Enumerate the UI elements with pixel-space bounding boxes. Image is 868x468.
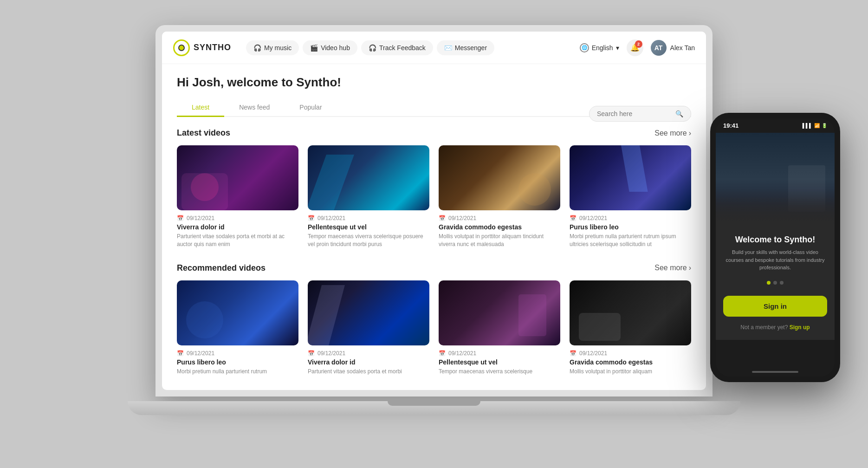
phone-bg-image (716, 133, 835, 226)
rec-meta-2: 📅 09/12/2021 (439, 350, 560, 357)
calendar-icon-0: 📅 (177, 215, 184, 221)
thumb-overlay-2 (439, 145, 560, 210)
search-wrapper: 🔍 (589, 106, 691, 122)
latest-see-more-button[interactable]: See more › (654, 129, 691, 137)
video-desc-0: Parturient vitae sodales porta et morbi … (177, 233, 298, 248)
laptop: SYNTHO 🎧 My music 🎬 Video hub 🎧 (155, 25, 713, 443)
phone-status-icons: ▌▌▌ 📶 🔋 (803, 123, 827, 128)
phone-subtitle: Build your skills with world-class video… (723, 248, 827, 272)
video-thumbnail-3 (570, 145, 691, 210)
nav-label-my-music: My music (264, 44, 291, 52)
rec-date-2: 09/12/2021 (448, 350, 476, 357)
rec-video-card-3[interactable]: 📅 09/12/2021 Gravida commodo egestas Mol… (570, 280, 691, 376)
nav-label-video-hub: Video hub (321, 44, 350, 52)
recommended-videos-title: Recommended videos (177, 263, 266, 273)
rec-desc-1: Parturient vitae sodales porta et morbi (308, 368, 429, 376)
rec-desc-3: Mollis volutpat in porttitor aliquam (570, 368, 691, 376)
nav-item-my-music[interactable]: 🎧 My music (246, 40, 299, 55)
laptop-base (128, 401, 740, 415)
chevron-down-icon: ▾ (616, 44, 619, 52)
user-menu-button[interactable]: AT Alex Tan (651, 40, 695, 56)
rec-thumbnail-3 (570, 280, 691, 345)
rec-title-2: Pellentesque ut vel (439, 358, 560, 366)
rec-thumbnail-0 (177, 280, 298, 345)
nav-item-video-hub[interactable]: 🎬 Video hub (303, 40, 357, 55)
laptop-screen: SYNTHO 🎧 My music 🎬 Video hub 🎧 (162, 32, 706, 390)
dot-3 (780, 281, 784, 285)
phone-pagination-dots (723, 281, 827, 285)
rec-title-3: Gravida commodo egestas (570, 358, 691, 366)
thumb-overlay-1 (308, 145, 429, 210)
user-name: Alex Tan (670, 44, 695, 52)
messenger-icon: ✉️ (444, 44, 452, 52)
rec-date-0: 09/12/2021 (187, 350, 214, 357)
language-button[interactable]: 🌐 English ▾ (580, 43, 619, 52)
rec-meta-3: 📅 09/12/2021 (570, 350, 691, 357)
latest-video-card-0[interactable]: 📅 09/12/2021 Viverra dolor id Parturient… (177, 145, 298, 248)
nav-item-track-feedback[interactable]: 🎧 Track Feedback (361, 40, 433, 55)
calendar-icon-3: 📅 (570, 215, 577, 221)
logo-text: SYNTHO (194, 43, 231, 52)
video-date-3: 09/12/2021 (579, 215, 607, 221)
logo[interactable]: SYNTHO (173, 39, 231, 56)
recommended-videos-grid: 📅 09/12/2021 Purus libero leo Morbi pret… (177, 280, 691, 376)
tab-news-feed[interactable]: News feed (224, 99, 285, 117)
nav-item-messenger[interactable]: ✉️ Messenger (437, 40, 494, 55)
battery-icon: 🔋 (822, 123, 827, 128)
notifications-button[interactable]: 🔔 2 (627, 39, 643, 56)
video-title-3: Purus libero leo (570, 223, 691, 231)
headphones-icon: 🎧 (253, 44, 261, 52)
rec-video-card-0[interactable]: 📅 09/12/2021 Purus libero leo Morbi pret… (177, 280, 298, 376)
latest-video-card-1[interactable]: 📅 09/12/2021 Pellentesque ut vel Tempor … (308, 145, 429, 248)
latest-video-card-2[interactable]: 📅 09/12/2021 Gravida commodo egestas Mol… (439, 145, 560, 248)
video-meta-2: 📅 09/12/2021 (439, 215, 560, 221)
latest-video-card-3[interactable]: 📅 09/12/2021 Purus libero leo Morbi pret… (570, 145, 691, 248)
tab-latest[interactable]: Latest (177, 99, 224, 117)
language-label: English (592, 44, 613, 52)
wifi-icon: 📶 (814, 123, 820, 128)
avatar: AT (651, 40, 667, 56)
navbar: SYNTHO 🎧 My music 🎬 Video hub 🎧 (162, 32, 706, 64)
rec-date-1: 09/12/2021 (317, 350, 345, 357)
video-title-0: Viverra dolor id (177, 223, 298, 231)
recommended-videos-header: Recommended videos See more › (177, 263, 691, 273)
rec-date-3: 09/12/2021 (579, 350, 607, 357)
rec-calendar-icon-0: 📅 (177, 350, 184, 357)
rec-desc-2: Tempor maecenas viverra scelerisque (439, 368, 560, 376)
recommended-see-more-label: See more (654, 264, 687, 272)
rec-meta-0: 📅 09/12/2021 (177, 350, 298, 357)
video-thumbnail-0 (177, 145, 298, 210)
chevron-right-icon: › (689, 129, 691, 137)
video-meta-1: 📅 09/12/2021 (308, 215, 429, 221)
rec-video-card-2[interactable]: 📅 09/12/2021 Pellentesque ut vel Tempor … (439, 280, 560, 376)
video-thumbnail-2 (439, 145, 560, 210)
rec-title-0: Purus libero leo (177, 358, 298, 366)
signal-icon: ▌▌▌ (803, 123, 812, 128)
thumb-overlay-3 (570, 145, 691, 210)
sign-up-link[interactable]: Sign up (790, 324, 810, 331)
latest-videos-title: Latest videos (177, 128, 230, 138)
tab-popular[interactable]: Popular (285, 99, 337, 117)
rec-video-card-1[interactable]: 📅 09/12/2021 Viverra dolor id Parturient… (308, 280, 429, 376)
nav-label-track-feedback: Track Feedback (379, 44, 426, 52)
sign-in-button[interactable]: Sign in (723, 296, 827, 317)
logo-inner-circle (178, 45, 185, 51)
video-icon: 🎬 (310, 44, 318, 52)
dot-2 (773, 281, 777, 285)
thumb-overlay-0 (177, 145, 298, 210)
rec-calendar-icon-2: 📅 (439, 350, 446, 357)
video-title-1: Pellentesque ut vel (308, 223, 429, 231)
video-desc-2: Mollis volutpat in porttitor aliquam tin… (439, 233, 560, 248)
search-input[interactable] (597, 110, 672, 117)
nav-items: 🎧 My music 🎬 Video hub 🎧 Track Feedback (246, 40, 580, 55)
phone-content: Welcome to Syntho! Build your skills wit… (716, 226, 835, 340)
rec-title-1: Viverra dolor id (308, 358, 429, 366)
search-icon: 🔍 (675, 110, 683, 117)
notification-badge: 2 (635, 40, 642, 48)
phone-time: 19:41 (723, 122, 738, 129)
rec-desc-0: Morbi pretium nulla parturient rutrum (177, 368, 298, 376)
video-thumbnail-1 (308, 145, 429, 210)
recommended-see-more-button[interactable]: See more › (654, 264, 691, 272)
calendar-icon-1: 📅 (308, 215, 315, 221)
video-desc-3: Morbi pretium nulla parturient rutrum ip… (570, 233, 691, 248)
